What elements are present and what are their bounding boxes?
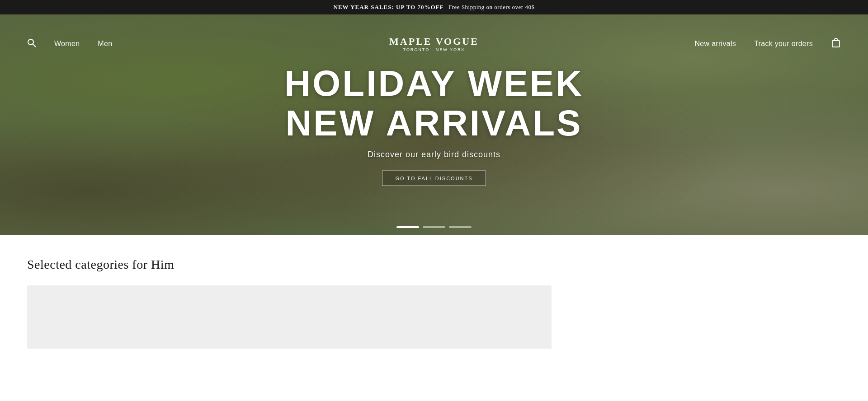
section-title: Selected categories for Him [27,257,841,272]
brand-logo[interactable]: MAPLE VOGUE TORONTO · NEW YORK [389,36,479,52]
hero-section: Women Men MAPLE VOGUE TORONTO · NEW YORK… [0,14,868,235]
nav-new-arrivals[interactable]: New arrivals [695,40,736,48]
svg-rect-2 [832,41,840,47]
slide-dot-2[interactable] [423,226,445,228]
nav-right: New arrivals Track your orders [695,38,841,50]
brand-name: MAPLE VOGUE [389,36,479,47]
content-section: Selected categories for Him [0,235,868,362]
cart-icon[interactable] [831,38,841,50]
hero-subtitle: Discover our early bird discounts [0,150,868,159]
categories-grid [27,285,552,349]
svg-line-1 [33,44,36,47]
svg-point-0 [28,39,33,45]
slide-dot-3[interactable] [449,226,472,228]
hero-title-line1: HOLIDAY WEEK [284,63,583,103]
hero-content: HOLIDAY WEEK NEW ARRIVALS Discover our e… [0,64,868,186]
nav-track-orders[interactable]: Track your orders [754,40,813,48]
search-icon[interactable] [27,38,36,50]
nav-men[interactable]: Men [98,40,112,48]
nav-left: Women Men [27,38,112,50]
announcement-regular: | Free Shipping on orders over 40$ [443,4,534,10]
slide-dot-1[interactable] [396,226,419,228]
hero-title: HOLIDAY WEEK NEW ARRIVALS [0,64,868,143]
nav-links-left: Women Men [54,40,112,48]
hero-title-line2: NEW ARRIVALS [286,103,583,143]
hero-cta-button[interactable]: GO TO FALL DISCOUNTS [382,171,486,186]
nav-links-right: New arrivals Track your orders [695,40,813,48]
brand-tagline: TORONTO · NEW YORK [389,47,479,52]
announcement-bold: NEW YEAR SALES: UP TO 70%OFF [334,4,444,10]
slide-indicators [396,226,472,228]
announcement-bar: NEW YEAR SALES: UP TO 70%OFF | Free Ship… [0,0,868,14]
main-navbar: Women Men MAPLE VOGUE TORONTO · NEW YORK… [0,28,868,60]
nav-women[interactable]: Women [54,40,80,48]
